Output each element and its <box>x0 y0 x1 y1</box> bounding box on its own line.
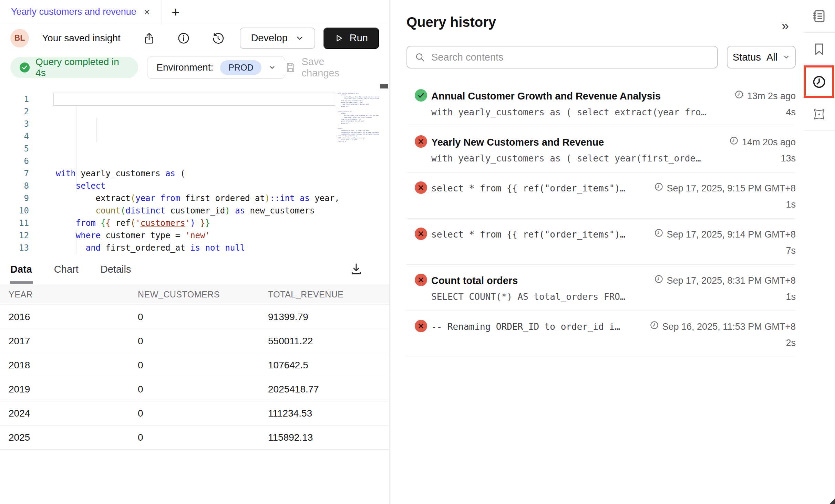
code-line: group by 1 <box>56 254 389 255</box>
query-snippet: with yearly_customers as ( select extrac… <box>431 107 706 118</box>
history-clock-icon[interactable] <box>803 65 835 98</box>
history-item-row2: with yearly_customers as ( select extrac… <box>406 107 796 118</box>
query-history-item[interactable]: select * from {{ ref("order_items")…Sep … <box>406 172 796 219</box>
page-title: Query history <box>406 14 796 30</box>
active-tab-indicator <box>10 281 33 284</box>
table-cell: 2025418.77 <box>268 384 389 395</box>
query-history-item[interactable]: Yearly New Customers and Revenue14m 20s … <box>406 126 796 172</box>
tab-data[interactable]: Data <box>10 264 32 275</box>
environment-label: Environment: <box>156 62 213 73</box>
environment-selector[interactable]: Environment: PROD <box>147 56 285 79</box>
query-history-item[interactable]: Count total ordersSep 17, 2025, 8:31 PM … <box>406 265 796 311</box>
tab-yearly-customers[interactable]: Yearly customers and revenue × <box>0 0 162 24</box>
history-item-row: -- Renaming ORDER_ID to order_id i…Sep 1… <box>406 320 796 334</box>
line-number: 6 <box>0 155 29 167</box>
clock-icon <box>734 89 744 103</box>
right-icon-rail <box>803 0 835 504</box>
table-cell: 107642.5 <box>268 360 389 371</box>
code-line: from {{ ref('customers') }} <box>56 217 389 229</box>
query-duration: 4s <box>786 107 796 118</box>
toolbar-icons <box>143 32 225 45</box>
develop-button[interactable]: Develop <box>240 28 315 49</box>
line-number: 13 <box>0 242 29 254</box>
code-line: and first_ordered_at is not null <box>56 242 389 254</box>
editor-scrollbar-thumb[interactable] <box>380 84 388 88</box>
query-snippet: SELECT COUNT(*) AS total_orders FRO… <box>431 292 626 302</box>
download-icon[interactable] <box>349 262 363 276</box>
search-input[interactable] <box>431 52 710 63</box>
query-title: select * from {{ ref("order_items")… <box>431 181 626 195</box>
query-duration: 13s <box>781 153 796 164</box>
timestamp-text: Sep 17, 2025, 9:14 PM GMT+8 <box>667 228 796 241</box>
query-timestamp: Sep 16, 2025, 11:53 PM GMT+8 <box>643 320 796 334</box>
collapse-panel-icon[interactable]: » <box>782 19 789 33</box>
code-line: where customer_type = 'new' <box>56 229 389 242</box>
save-changes-button[interactable]: Save changes <box>285 56 363 79</box>
query-duration: 2s <box>786 338 796 348</box>
code-area[interactable]: with yearly_customers as ( select extrac… <box>34 83 389 255</box>
query-history-item[interactable]: -- Renaming ORDER_ID to order_id i…Sep 1… <box>406 311 796 357</box>
query-title: Annual Customer Growth and Revenue Analy… <box>431 89 661 103</box>
history-item-row2: with yearly_customers as ( select year(f… <box>406 153 796 164</box>
status-filter-dropdown[interactable]: Status All <box>727 46 796 69</box>
query-history-item[interactable]: Annual Customer Growth and Revenue Analy… <box>406 80 796 126</box>
insight-toolbar: BL Your saved insight Develop Run <box>0 24 389 52</box>
table-cell: 550011.22 <box>268 336 389 347</box>
query-history-list: Annual Customer Growth and Revenue Analy… <box>406 80 796 357</box>
line-number: 12 <box>0 229 29 242</box>
version-history-icon[interactable] <box>212 32 225 45</box>
clock-icon <box>654 274 663 287</box>
chevron-down-icon <box>268 64 276 71</box>
minimap[interactable]: with yearly_customers as ( select extrac… <box>338 92 379 143</box>
table-cell: 115892.13 <box>268 432 389 443</box>
new-tab-button[interactable]: + <box>172 5 179 19</box>
bookmark-icon[interactable] <box>803 33 835 65</box>
tab-divider <box>162 0 162 24</box>
timestamp-text: Sep 16, 2025, 11:53 PM GMT+8 <box>662 320 796 334</box>
search-box[interactable] <box>406 46 718 69</box>
tab-details[interactable]: Details <box>101 264 131 275</box>
table-cell: 0 <box>138 360 268 371</box>
table-row: 20240111234.53 <box>0 401 389 426</box>
table-cell: 111234.53 <box>268 408 389 419</box>
environment-badge: PROD <box>220 60 261 75</box>
clock-icon <box>650 320 659 334</box>
history-item-row: Count total ordersSep 17, 2025, 8:31 PM … <box>406 274 796 287</box>
chevron-down-icon <box>783 54 790 61</box>
line-number: 1 <box>0 93 29 105</box>
clock-icon <box>729 135 739 149</box>
query-history-item[interactable]: select * from {{ ref("order_items")…Sep … <box>406 219 796 265</box>
explore-icon[interactable] <box>803 98 835 131</box>
query-timestamp: 14m 20s ago <box>722 135 796 149</box>
tab-bar: Yearly customers and revenue × + <box>0 0 389 24</box>
history-item-row2: 1s <box>406 199 796 210</box>
column-header: TOTAL_REVENUE <box>268 290 389 300</box>
journal-icon[interactable] <box>803 0 835 33</box>
query-status-pill: Query completed in 4s <box>10 57 138 78</box>
table-row: 201902025418.77 <box>0 377 389 401</box>
line-number: 10 <box>0 204 29 217</box>
saved-insight-label: Your saved insight <box>42 33 121 44</box>
table-cell: 2018 <box>9 360 138 371</box>
table-row: 2016091399.79 <box>0 305 389 329</box>
code-line: extract(year from first_ordered_at)::int… <box>56 192 389 204</box>
status-filter-value: All <box>766 52 777 63</box>
run-button[interactable]: Run <box>323 28 379 49</box>
close-icon[interactable]: × <box>144 7 150 17</box>
sql-editor[interactable]: 12345678910111213 with yearly_customers … <box>0 83 389 255</box>
play-icon <box>334 34 343 43</box>
query-title: select * from {{ ref("order_items")… <box>431 228 626 241</box>
line-number: 7 <box>0 167 29 180</box>
save-icon <box>285 62 296 73</box>
query-duration: 1s <box>786 199 796 210</box>
tab-chart[interactable]: Chart <box>54 264 79 275</box>
history-item-row2: 7s <box>406 245 796 256</box>
table-cell: 2016 <box>9 312 138 323</box>
active-line-highlight <box>53 93 335 106</box>
info-icon[interactable] <box>177 32 190 45</box>
history-item-row2: 2s <box>406 338 796 348</box>
avatar: BL <box>10 29 29 48</box>
line-number: 9 <box>0 192 29 204</box>
share-icon[interactable] <box>143 32 156 45</box>
history-item-row: select * from {{ ref("order_items")…Sep … <box>406 181 796 195</box>
